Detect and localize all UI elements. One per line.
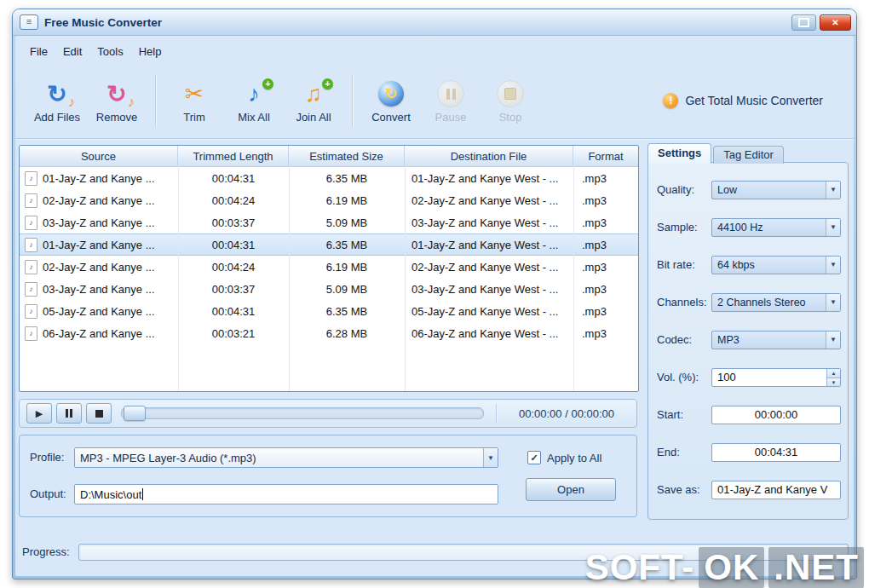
chevron-down-icon[interactable]: ▼ <box>826 331 840 349</box>
menu-file[interactable]: File <box>22 42 55 61</box>
audio-file-icon: ♪ <box>25 216 37 230</box>
toolbar: Add Files Remove Trim Mix All Join All <box>15 63 854 139</box>
codec-dropdown[interactable]: MP3 ▼ <box>711 331 841 349</box>
tab-settings[interactable]: Settings <box>647 143 711 164</box>
app-window: Free Music Converter ✕ File Edit Tools H… <box>12 9 857 579</box>
profile-dropdown[interactable]: MP3 - MPEG Layer-3 Audio (*.mp3) ▼ <box>74 447 498 468</box>
player-divider <box>496 404 497 423</box>
table-header: Source Trimmed Length Estimated Size Des… <box>20 146 638 167</box>
mix-all-icon <box>227 78 280 110</box>
remove-button[interactable]: Remove <box>90 78 143 124</box>
spinner-up-icon[interactable]: ▲ <box>827 369 840 378</box>
channels-dropdown[interactable]: 2 Channels Stereo ▼ <box>711 293 841 312</box>
chevron-down-icon[interactable]: ▼ <box>826 294 840 311</box>
table-row[interactable]: ♪03-Jay-Z and Kanye ... 00:03:37 5.09 MB… <box>20 278 638 300</box>
table-row[interactable]: ♪05-Jay-Z and Kanye ... 00:04:31 6.35 MB… <box>20 300 638 322</box>
pause-icon <box>437 80 464 107</box>
trim-button[interactable]: Trim <box>168 78 221 124</box>
add-files-button[interactable]: Add Files <box>31 78 83 124</box>
text-caret <box>142 488 143 500</box>
column-header-format[interactable]: Format <box>573 146 638 166</box>
watermark-part: .NET <box>768 547 864 588</box>
watermark-part: SOFT- <box>585 547 695 588</box>
audio-file-icon: ♪ <box>25 171 37 186</box>
window-title: Free Music Converter <box>44 16 162 29</box>
audio-file-icon: ♪ <box>25 282 37 297</box>
trim-scissors-icon <box>168 78 221 110</box>
pause-toolbar-button[interactable]: Pause <box>424 78 477 124</box>
convert-button[interactable]: Convert <box>365 78 417 124</box>
title-bar[interactable]: Free Music Converter ✕ <box>13 9 856 36</box>
play-icon <box>27 404 51 423</box>
maximize-button[interactable] <box>791 14 816 31</box>
stop-icon <box>87 404 111 423</box>
start-time-field[interactable]: 00:00:00 <box>711 406 841 424</box>
quality-dropdown[interactable]: Low ▼ <box>711 181 841 199</box>
preview-player: 00:00:00 / 00:00:00 <box>19 399 637 428</box>
table-row[interactable]: ♪01-Jay-Z and Kanye ... 00:04:31 6.35 MB… <box>20 167 638 189</box>
table-row[interactable]: ♪02-Jay-Z and Kanye ... 00:04:24 6.19 MB… <box>20 189 638 211</box>
output-settings-panel: Profile: MP3 - MPEG Layer-3 Audio (*.mp3… <box>19 435 637 517</box>
sample-dropdown[interactable]: 44100 Hz ▼ <box>711 218 841 237</box>
watermark-part: OK <box>699 547 764 588</box>
settings-tabs: Settings Tag Editor <box>647 143 786 164</box>
pause-icon <box>57 404 81 423</box>
table-row[interactable]: ♪03-Jay-Z and Kanye ... 00:03:37 5.09 MB… <box>20 211 638 233</box>
chevron-down-icon[interactable]: ▼ <box>826 257 840 274</box>
close-button[interactable]: ✕ <box>820 14 851 31</box>
end-time-field[interactable]: 00:04:31 <box>711 443 841 462</box>
add-files-icon <box>31 78 83 110</box>
audio-file-icon: ♪ <box>25 260 37 274</box>
volume-spinner[interactable]: 100 ▲ ▼ <box>711 368 841 387</box>
mix-all-button[interactable]: Mix All <box>227 78 280 124</box>
seek-slider[interactable] <box>121 407 484 419</box>
table-row[interactable]: ♪01-Jay-Z and Kanye ... 00:04:31 6.35 MB… <box>20 233 638 256</box>
audio-file-icon: ♪ <box>25 238 37 252</box>
toolbar-separator <box>352 74 353 127</box>
table-rows: ♪01-Jay-Z and Kanye ... 00:04:31 6.35 MB… <box>20 167 638 344</box>
apply-to-all-checkbox[interactable] <box>527 451 541 464</box>
join-all-button[interactable]: Join All <box>287 78 340 124</box>
audio-file-icon: ♪ <box>25 193 37 208</box>
menu-help[interactable]: Help <box>131 42 170 61</box>
menu-edit[interactable]: Edit <box>55 42 89 61</box>
bit-rate-label: Bit rate: <box>657 258 695 271</box>
watermark: SOFT- OK .NET <box>585 547 864 588</box>
open-button[interactable]: Open <box>526 478 616 501</box>
sample-label: Sample: <box>657 221 698 233</box>
maximize-icon <box>798 18 809 27</box>
stop-icon <box>497 80 524 107</box>
play-button[interactable] <box>26 403 52 424</box>
get-total-music-converter-link[interactable]: ! Get Total Music Converter <box>663 93 823 108</box>
settings-panel: Settings Tag Editor Quality: Low ▼ Sampl… <box>647 143 849 520</box>
column-header-trimmed-length[interactable]: Trimmed Length <box>178 146 289 166</box>
settings-card: Quality: Low ▼ Sample: 44100 Hz ▼ Bit ra… <box>647 162 849 520</box>
pause-button[interactable] <box>56 403 82 424</box>
chevron-down-icon[interactable]: ▼ <box>483 448 498 467</box>
app-icon <box>20 14 38 30</box>
bit-rate-dropdown[interactable]: 64 kbps ▼ <box>711 256 841 274</box>
chevron-down-icon[interactable]: ▼ <box>826 182 840 199</box>
quality-label: Quality: <box>657 183 694 196</box>
spinner-down-icon[interactable]: ▼ <box>827 378 840 387</box>
chevron-down-icon[interactable]: ▼ <box>826 219 840 236</box>
save-as-label: Save as: <box>657 483 700 496</box>
stop-button[interactable] <box>86 403 112 424</box>
table-row[interactable]: ♪02-Jay-Z and Kanye ... 00:04:24 6.19 MB… <box>20 256 638 278</box>
column-header-destination-file[interactable]: Destination File <box>405 146 573 166</box>
column-header-source[interactable]: Source <box>20 146 178 166</box>
table-row[interactable]: ♪06-Jay-Z and Kanye ... 00:03:21 6.28 MB… <box>20 322 638 344</box>
output-label: Output: <box>30 487 66 500</box>
window-client-area: File Edit Tools Help Add Files Remove Tr… <box>15 36 854 576</box>
volume-label: Vol. (%): <box>657 371 699 383</box>
tab-tag-editor[interactable]: Tag Editor <box>713 146 784 164</box>
stop-toolbar-button[interactable]: Stop <box>484 78 537 124</box>
output-field[interactable]: D:\Music\out <box>74 484 498 504</box>
save-as-field[interactable]: 01-Jay-Z and Kanye V <box>711 481 841 499</box>
convert-icon <box>378 81 404 107</box>
menu-tools[interactable]: Tools <box>89 42 130 61</box>
slider-thumb[interactable] <box>124 406 146 421</box>
audio-file-icon: ♪ <box>25 326 37 341</box>
column-header-estimated-size[interactable]: Estimated Size <box>289 146 405 166</box>
apply-to-all-option[interactable]: Apply to All <box>527 451 601 464</box>
